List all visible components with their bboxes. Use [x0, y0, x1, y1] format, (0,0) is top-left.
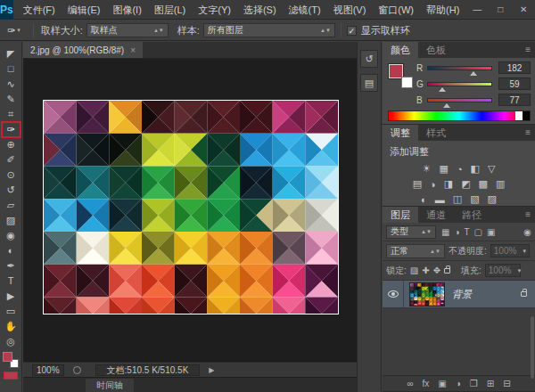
black-white-icon[interactable]: ◨ — [444, 178, 453, 190]
maximize-button[interactable]: □ — [489, 0, 512, 20]
marquee-tool[interactable]: □ — [2, 61, 21, 77]
slider-thumb-icon[interactable] — [439, 87, 446, 92]
link-layers-icon[interactable]: ∞ — [407, 379, 413, 388]
default-swatches[interactable] — [3, 352, 19, 368]
new-group-icon[interactable]: ❐ — [470, 379, 478, 388]
lock-image-pixels-icon[interactable]: ✚ — [422, 265, 429, 275]
lock-transparent-pixels-icon[interactable]: ▨ — [410, 265, 418, 275]
channel-slider[interactable] — [427, 66, 492, 70]
menu-select[interactable]: 选择(S) — [237, 0, 283, 20]
layer-filter-select[interactable]: 类型 ▲▼ — [386, 225, 436, 239]
posterize-icon[interactable]: ▬ — [435, 194, 445, 205]
gradient-map-icon[interactable]: ▧ — [470, 193, 479, 205]
filter-adjustment-layers-icon[interactable]: ◑ — [454, 227, 459, 237]
sample-size-select[interactable]: 取样点 ▲▼ — [86, 23, 169, 37]
tool-preset-picker[interactable]: ✑ ▾ — [0, 25, 28, 37]
lasso-tool[interactable]: ∿ — [2, 77, 21, 92]
slider-thumb-icon[interactable] — [470, 71, 477, 76]
lock-position-icon[interactable]: ✥ — [433, 265, 440, 275]
color-spectrum-ramp[interactable] — [388, 110, 531, 121]
panel-menu-icon[interactable]: ≡ — [525, 42, 535, 58]
menu-view[interactable]: 视图(V) — [327, 0, 373, 20]
panel-tab[interactable]: 通道 — [418, 207, 454, 223]
properties-panel-icon[interactable]: ▤ — [360, 74, 378, 92]
panel-tab[interactable]: 路径 — [454, 207, 490, 223]
threshold-icon[interactable]: ◫ — [453, 193, 462, 205]
panel-tab[interactable]: 图层 — [383, 207, 418, 223]
blur-tool[interactable]: ◉ — [2, 228, 21, 243]
selective-color-icon[interactable]: ▨ — [488, 193, 497, 205]
new-layer-icon[interactable]: ⊞ — [487, 379, 494, 388]
filter-type-layers-icon[interactable]: T — [465, 227, 470, 237]
background-layer-row[interactable]: 背景 — [383, 281, 535, 308]
zoom-tool[interactable]: ◎ — [2, 334, 21, 349]
canvas-area[interactable] — [23, 59, 357, 362]
channel-value-field[interactable]: 59 — [498, 78, 531, 90]
channel-value-field[interactable]: 182 — [498, 61, 531, 74]
panel-tab[interactable]: 样式 — [418, 125, 454, 141]
exposure-icon[interactable]: ◧ — [471, 163, 480, 175]
show-sampling-ring-checkbox[interactable]: ✓ 显示取样环 — [347, 24, 410, 37]
path-selection-tool[interactable]: ▶ — [2, 289, 21, 304]
panel-tab[interactable]: 调整 — [383, 125, 418, 141]
opacity-field[interactable]: 100% ▼ — [490, 244, 530, 257]
timeline-tab[interactable]: 时间轴 — [86, 379, 134, 392]
layer-thumbnail[interactable] — [409, 282, 445, 306]
move-tool[interactable]: ◤ — [2, 46, 21, 61]
channel-mixer-icon[interactable]: ▩ — [479, 178, 488, 190]
color-balance-icon[interactable]: ◑ — [430, 179, 436, 190]
slider-thumb-icon[interactable] — [443, 103, 450, 108]
panel-tab[interactable]: 色板 — [418, 42, 454, 58]
clone-stamp-tool[interactable]: ⊙ — [2, 167, 21, 183]
color-lookup-icon[interactable]: ▥ — [496, 178, 505, 190]
type-tool[interactable]: T — [2, 274, 21, 289]
dodge-tool[interactable]: ◐ — [2, 243, 21, 258]
menu-help[interactable]: 帮助(H) — [420, 0, 465, 20]
eyedropper-tool[interactable]: ✑ — [2, 122, 21, 137]
curves-icon[interactable]: ◔ — [457, 164, 463, 175]
background-color-swatch[interactable] — [401, 77, 413, 88]
close-tab-icon[interactable]: × — [130, 42, 136, 59]
brush-tool[interactable]: ✐ — [2, 152, 21, 167]
delete-layer-icon[interactable]: ⊟ — [503, 379, 510, 388]
blend-mode-select[interactable]: 正常 ▲▼ — [386, 244, 445, 258]
levels-icon[interactable]: ▦ — [439, 163, 448, 175]
layer-style-icon[interactable]: fx — [423, 379, 430, 388]
menu-window[interactable]: 窗口(W) — [372, 0, 420, 20]
hue-saturation-icon[interactable]: ▤ — [413, 178, 422, 190]
panel-menu-icon[interactable]: ≡ — [525, 125, 535, 141]
photo-filter-icon[interactable]: ◩ — [461, 178, 470, 190]
open-image[interactable] — [43, 100, 339, 314]
panel-menu-icon[interactable]: ≡ — [525, 207, 535, 223]
eraser-tool[interactable]: ▱ — [2, 198, 21, 213]
menu-file[interactable]: 文件(F) — [17, 0, 62, 20]
channel-value-field[interactable]: 77 — [498, 94, 531, 106]
healing-brush-tool[interactable]: ⊕ — [2, 137, 21, 152]
panel-tab[interactable]: 颜色 — [383, 42, 418, 58]
pen-tool[interactable]: ✒ — [2, 258, 21, 274]
menu-image[interactable]: 图像(I) — [106, 0, 147, 20]
quick-selection-tool[interactable]: ✎ — [2, 92, 21, 107]
channel-slider[interactable] — [427, 98, 492, 102]
sample-select[interactable]: 所有图层 ▲▼ — [203, 23, 335, 37]
menu-layer[interactable]: 图层(L) — [148, 0, 192, 20]
filter-toggle-icon[interactable]: ◉ — [523, 227, 531, 237]
brightness-contrast-icon[interactable]: ☀ — [423, 163, 432, 175]
crop-tool[interactable]: ⌗ — [2, 107, 21, 122]
add-layer-mask-icon[interactable]: ▣ — [438, 379, 446, 388]
status-menu-arrow-icon[interactable]: ▶ — [209, 366, 214, 374]
menu-edit[interactable]: 编辑(E) — [62, 0, 107, 20]
filter-shape-layers-icon[interactable]: ▢ — [474, 227, 482, 237]
vibrance-icon[interactable]: ▽ — [488, 163, 495, 175]
filter-smart-objects-icon[interactable]: ▣ — [487, 227, 495, 237]
filter-pixel-layers-icon[interactable]: ▦ — [441, 227, 449, 237]
history-brush-tool[interactable]: ↺ — [2, 183, 21, 198]
history-panel-icon[interactable]: ↺ — [360, 50, 378, 68]
shape-tool[interactable]: ▭ — [2, 304, 21, 319]
visibility-cell[interactable] — [383, 281, 404, 308]
document-tab[interactable]: 2.jpg @ 100%(RGB/8#) × — [23, 42, 143, 58]
lock-all-icon[interactable] — [444, 268, 450, 274]
gradient-tool[interactable]: ▨ — [2, 213, 21, 228]
zoom-level-field[interactable]: 100% — [32, 364, 64, 376]
channel-slider[interactable] — [427, 82, 492, 86]
